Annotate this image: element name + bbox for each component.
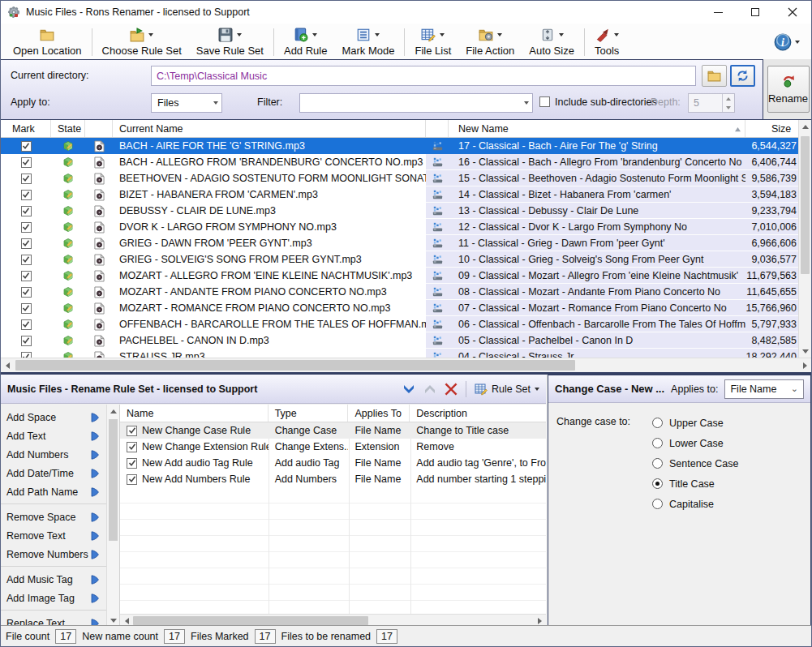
new-name-cell[interactable]: 08 - Classical - Mozart - Andante From P…	[449, 284, 745, 300]
rule-enabled-checkbox[interactable]	[127, 442, 137, 452]
mark-checkbox[interactable]	[21, 238, 32, 249]
column-header-fileicon[interactable]	[85, 120, 113, 137]
mark-checkbox[interactable]	[21, 336, 32, 346]
mark-checkbox[interactable]	[21, 222, 32, 233]
file-row[interactable]: DEBUSSY - CLAIR DE LUNE.mp3 13 - Classic…	[1, 203, 800, 219]
scrollbar-thumb[interactable]	[109, 419, 118, 541]
apply-to-select[interactable]: Files	[151, 93, 222, 113]
file-row[interactable]: MOZART - ALLEGRO FROM 'EINE KLEINE NACHT…	[1, 268, 800, 284]
current-name-cell[interactable]: GRIEG - SOLVEIG'S SONG FROM PEER GYNT.mp…	[113, 251, 426, 268]
new-name-cell[interactable]: 13 - Classical - Debussy - Clair De Lune	[449, 203, 745, 219]
column-header-applies-to[interactable]: Applies To	[348, 405, 410, 422]
column-header-mark[interactable]: Mark	[1, 120, 51, 137]
mark-mode-button[interactable]: Mark Mode	[334, 25, 402, 59]
filter-select[interactable]	[299, 93, 533, 113]
new-name-cell[interactable]: 04 - Classical - Strauss Jr	[449, 349, 745, 358]
sidebar-rule-button[interactable]: Add Text	[1, 426, 106, 445]
scroll-left-icon[interactable]	[1, 359, 14, 372]
horizontal-scrollbar[interactable]	[1, 358, 811, 372]
case-option-radio[interactable]: Sentence Case	[652, 453, 738, 473]
scroll-up-icon[interactable]	[799, 120, 812, 133]
mark-checkbox[interactable]	[21, 174, 32, 184]
case-option-radio[interactable]: Upper Case	[652, 413, 738, 433]
current-name-cell[interactable]: MOZART - ALLEGRO FROM 'EINE KLEINE NACHT…	[113, 268, 426, 284]
current-name-cell[interactable]: BEETHOVEN - ADAGIO SOSTENUTO FORM MOONLI…	[113, 170, 426, 186]
open-location-button[interactable]: Open Location	[6, 25, 89, 59]
current-name-cell[interactable]: BIZET - HABANERA FROM 'CARMEN'.mp3	[113, 186, 426, 203]
maximize-button[interactable]	[737, 1, 774, 24]
scrollbar-thumb[interactable]	[15, 360, 575, 371]
scrollbar-thumb[interactable]	[801, 136, 810, 274]
scrollbar-thumb[interactable]	[133, 616, 368, 625]
sidebar-rule-button[interactable]: Remove Text	[1, 526, 106, 545]
rename-button[interactable]: Rename	[767, 66, 810, 113]
new-name-cell[interactable]: 15 - Classical - Beethoven - Adagio Sost…	[449, 170, 745, 186]
column-header-name[interactable]: Name	[120, 405, 269, 422]
rule-set-button[interactable]: Rule Set	[475, 383, 539, 396]
mark-checkbox[interactable]	[21, 271, 32, 281]
move-rule-up-icon[interactable]	[423, 383, 436, 396]
file-row[interactable]: OFFENBACH - BARCAROLLE FROM THE TALES OF…	[1, 316, 800, 332]
sidebar-rule-button[interactable]: Add Music Tag	[1, 570, 106, 589]
sidebar-rule-button[interactable]: Add Image Tag	[1, 589, 106, 611]
current-name-cell[interactable]: DEBUSSY - CLAIR DE LUNE.mp3	[113, 203, 426, 219]
new-name-cell[interactable]: 07 - Classical - Mozart - Romance From P…	[449, 300, 745, 316]
column-header-new-name[interactable]: New Name	[449, 120, 745, 137]
mark-checkbox[interactable]	[21, 255, 32, 265]
applies-to-select[interactable]: File Name ⌄	[724, 379, 804, 399]
rule-enabled-checkbox[interactable]	[127, 474, 137, 485]
file-row[interactable]: GRIEG - SOLVEIG'S SONG FROM PEER GYNT.mp…	[1, 251, 800, 268]
scroll-down-icon[interactable]	[799, 345, 812, 358]
mark-checkbox[interactable]	[21, 157, 32, 168]
current-name-cell[interactable]: BACH - ALLEGRO FROM 'BRANDENBURG' CONCER…	[113, 154, 426, 170]
current-name-cell[interactable]: MOZART - ROMANCE FROM PIANO CONCERTO NO.…	[113, 300, 426, 316]
new-name-cell[interactable]: 06 - Classical - Offenbach - Barcarolle …	[449, 316, 745, 332]
file-row[interactable]: BACH - AIRE FOR THE 'G' STRING.mp3 17 - …	[1, 138, 800, 154]
spinner-down-icon[interactable]	[723, 103, 734, 112]
scroll-up-icon[interactable]	[107, 405, 120, 418]
rule-enabled-checkbox[interactable]	[127, 458, 137, 469]
new-name-cell[interactable]: 09 - Classical - Mozart - Allegro From '…	[449, 268, 745, 284]
file-row[interactable]: DVOR K - LARGO FROM SYMPHONY NO.mp3 12 -…	[1, 219, 800, 235]
mark-checkbox[interactable]	[21, 319, 32, 330]
file-row[interactable]: BIZET - HABANERA FROM 'CARMEN'.mp3 14 - …	[1, 186, 800, 203]
new-name-cell[interactable]: 16 - Classical - Bach - Allegro From 'br…	[449, 154, 745, 170]
rule-row[interactable]: New Add audio Tag Rule Add audio Tag Fil…	[120, 455, 546, 471]
mark-checkbox[interactable]	[21, 352, 32, 358]
mark-checkbox[interactable]	[21, 206, 32, 216]
case-option-radio[interactable]: Capitalise	[652, 494, 738, 514]
new-name-cell[interactable]: 17 - Classical - Bach - Aire For The 'g'…	[449, 138, 745, 154]
rule-row[interactable]: New Change Extension Rule Change Extens.…	[120, 439, 546, 455]
include-subdirs-checkbox[interactable]	[539, 96, 550, 107]
mark-checkbox[interactable]	[21, 190, 32, 200]
close-button[interactable]	[774, 1, 811, 24]
current-name-cell[interactable]: MOZART - ANDANTE FROM PIANO CONCERTO NO.…	[113, 284, 426, 300]
mark-checkbox[interactable]	[21, 303, 32, 314]
tools-button[interactable]: Tools	[587, 25, 626, 59]
depth-spinner[interactable]: 5	[688, 93, 735, 113]
current-directory-input[interactable]: C:\Temp\Classical Music	[151, 66, 696, 86]
sidebar-rule-button[interactable]: Add Space	[1, 408, 106, 426]
new-name-cell[interactable]: 11 - Classical - Grieg - Dawn From 'peer…	[449, 235, 745, 251]
new-name-cell[interactable]: 05 - Classical - Pachelbel - Canon In D	[449, 332, 745, 349]
current-name-cell[interactable]: GRIEG - DAWN FROM 'PEER GYNT'.mp3	[113, 235, 426, 251]
file-row[interactable]: MOZART - ANDANTE FROM PIANO CONCERTO NO.…	[1, 284, 800, 300]
mark-checkbox[interactable]	[21, 141, 32, 152]
new-name-cell[interactable]: 12 - Classical - Dvor K - Largo From Sym…	[449, 219, 745, 235]
current-name-cell[interactable]: BACH - AIRE FOR THE 'G' STRING.mp3	[113, 138, 426, 154]
file-row[interactable]: GRIEG - DAWN FROM 'PEER GYNT'.mp3 11 - C…	[1, 235, 800, 251]
sidebar-rule-button[interactable]: Add Numbers	[1, 445, 106, 464]
current-name-cell[interactable]: DVOR K - LARGO FROM SYMPHONY NO.mp3	[113, 219, 426, 235]
save-rule-set-button[interactable]: Save Rule Set	[189, 25, 271, 59]
file-list-button[interactable]: File List	[407, 25, 458, 59]
column-header-previewicon[interactable]	[426, 120, 449, 137]
rule-enabled-checkbox[interactable]	[127, 426, 137, 436]
case-option-radio[interactable]: Title Case	[652, 473, 738, 494]
file-row[interactable]: PACHELBEL - CANON IN D.mp3 05 - Classica…	[1, 332, 800, 349]
add-rule-button[interactable]: Add Rule	[277, 25, 334, 59]
file-row[interactable]: MOZART - ROMANCE FROM PIANO CONCERTO NO.…	[1, 300, 800, 316]
sidebar-rule-button[interactable]: Add Path Name	[1, 482, 106, 504]
sidebar-scrollbar[interactable]	[106, 405, 119, 627]
choose-rule-set-button[interactable]: Choose Rule Set	[95, 25, 189, 59]
scroll-right-icon[interactable]	[798, 359, 811, 372]
